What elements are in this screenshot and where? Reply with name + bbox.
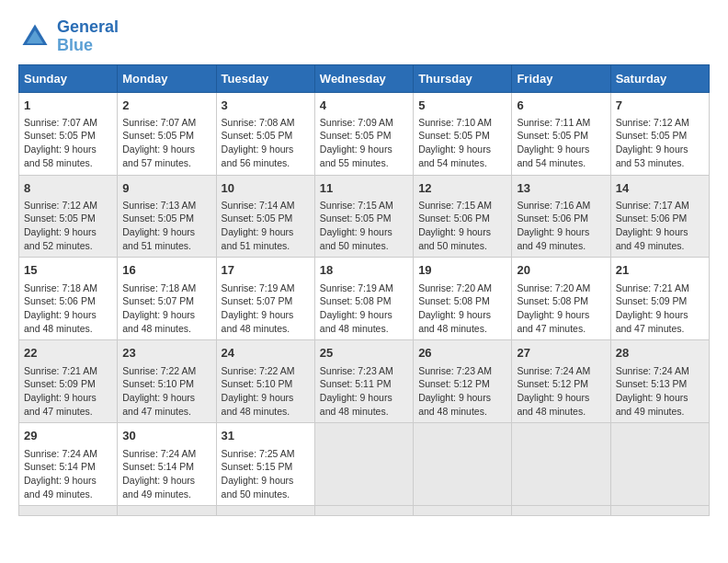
day-number: 24 [222, 345, 310, 362]
day-number: 2 [122, 98, 210, 114]
header-row: SundayMondayTuesdayWednesdayThursdayFrid… [19, 64, 710, 92]
calendar-week-row: 15Sunrise: 7:18 AM Sunset: 5:06 PM Dayli… [19, 258, 710, 340]
calendar-day-cell: 11Sunrise: 7:15 AM Sunset: 5:05 PM Dayli… [314, 175, 413, 258]
calendar-day-cell: 27Sunrise: 7:24 AM Sunset: 5:12 PM Dayli… [512, 340, 610, 423]
day-number: 26 [418, 345, 506, 362]
page-header: GeneralBlue [18, 18, 710, 55]
calendar-week-row: 29Sunrise: 7:24 AM Sunset: 5:14 PM Dayli… [19, 423, 710, 506]
day-info: Sunrise: 7:18 AM Sunset: 5:06 PM Dayligh… [24, 282, 112, 336]
calendar-week-row [19, 506, 710, 516]
calendar-day-cell: 20Sunrise: 7:20 AM Sunset: 5:08 PM Dayli… [512, 258, 610, 340]
day-number: 27 [517, 345, 605, 362]
day-number: 29 [24, 428, 112, 444]
calendar-day-cell: 10Sunrise: 7:14 AM Sunset: 5:05 PM Dayli… [216, 175, 314, 258]
logo-icon [18, 20, 51, 53]
day-number: 16 [122, 262, 210, 279]
day-number: 13 [517, 180, 605, 197]
day-info: Sunrise: 7:23 AM Sunset: 5:11 PM Dayligh… [320, 364, 408, 419]
calendar-day-cell: 3Sunrise: 7:08 AM Sunset: 5:05 PM Daylig… [216, 92, 314, 175]
day-info: Sunrise: 7:21 AM Sunset: 5:09 PM Dayligh… [616, 282, 704, 336]
calendar-day-cell: 24Sunrise: 7:22 AM Sunset: 5:10 PM Dayli… [216, 340, 314, 423]
calendar-day-cell: 8Sunrise: 7:12 AM Sunset: 5:05 PM Daylig… [19, 175, 118, 258]
day-number: 18 [320, 262, 408, 279]
day-info: Sunrise: 7:22 AM Sunset: 5:10 PM Dayligh… [222, 364, 310, 419]
calendar-day-cell: 6Sunrise: 7:11 AM Sunset: 5:05 PM Daylig… [512, 92, 610, 175]
calendar-day-cell [610, 506, 709, 516]
day-info: Sunrise: 7:10 AM Sunset: 5:05 PM Dayligh… [418, 116, 506, 170]
day-number: 14 [616, 180, 704, 197]
day-number: 22 [24, 345, 112, 362]
calendar-day-cell [512, 506, 610, 516]
day-header-thursday: Thursday [414, 64, 512, 92]
day-info: Sunrise: 7:23 AM Sunset: 5:12 PM Dayligh… [418, 364, 506, 419]
calendar-day-cell: 13Sunrise: 7:16 AM Sunset: 5:06 PM Dayli… [512, 175, 610, 258]
day-info: Sunrise: 7:18 AM Sunset: 5:07 PM Dayligh… [122, 282, 210, 336]
calendar-day-cell: 29Sunrise: 7:24 AM Sunset: 5:14 PM Dayli… [19, 423, 118, 506]
day-info: Sunrise: 7:24 AM Sunset: 5:14 PM Dayligh… [24, 447, 112, 501]
day-number: 17 [222, 262, 310, 279]
day-header-tuesday: Tuesday [216, 64, 314, 92]
calendar-day-cell [314, 423, 413, 506]
calendar-day-cell: 1Sunrise: 7:07 AM Sunset: 5:05 PM Daylig… [19, 92, 118, 175]
day-info: Sunrise: 7:17 AM Sunset: 5:06 PM Dayligh… [616, 199, 704, 253]
day-number: 15 [24, 262, 112, 279]
day-info: Sunrise: 7:19 AM Sunset: 5:07 PM Dayligh… [222, 282, 310, 336]
day-header-sunday: Sunday [19, 64, 118, 92]
calendar-day-cell: 17Sunrise: 7:19 AM Sunset: 5:07 PM Dayli… [216, 258, 314, 340]
day-header-friday: Friday [512, 64, 610, 92]
calendar-day-cell [19, 506, 118, 516]
day-info: Sunrise: 7:15 AM Sunset: 5:05 PM Dayligh… [320, 199, 408, 253]
calendar-day-cell: 30Sunrise: 7:24 AM Sunset: 5:14 PM Dayli… [118, 423, 216, 506]
calendar-day-cell: 5Sunrise: 7:10 AM Sunset: 5:05 PM Daylig… [414, 92, 512, 175]
calendar-day-cell: 12Sunrise: 7:15 AM Sunset: 5:06 PM Dayli… [414, 175, 512, 258]
day-info: Sunrise: 7:09 AM Sunset: 5:05 PM Dayligh… [320, 116, 408, 170]
calendar-week-row: 8Sunrise: 7:12 AM Sunset: 5:05 PM Daylig… [19, 175, 710, 258]
day-number: 5 [418, 98, 506, 114]
day-info: Sunrise: 7:07 AM Sunset: 5:05 PM Dayligh… [24, 116, 112, 170]
day-number: 1 [24, 98, 112, 114]
day-number: 25 [320, 345, 408, 362]
calendar-day-cell: 18Sunrise: 7:19 AM Sunset: 5:08 PM Dayli… [314, 258, 413, 340]
day-number: 31 [222, 428, 310, 444]
day-header-saturday: Saturday [610, 64, 709, 92]
day-info: Sunrise: 7:25 AM Sunset: 5:15 PM Dayligh… [222, 447, 310, 501]
day-info: Sunrise: 7:11 AM Sunset: 5:05 PM Dayligh… [517, 116, 605, 170]
calendar-day-cell [610, 423, 709, 506]
calendar-day-cell: 25Sunrise: 7:23 AM Sunset: 5:11 PM Dayli… [314, 340, 413, 423]
calendar-table: SundayMondayTuesdayWednesdayThursdayFrid… [18, 64, 710, 517]
calendar-week-row: 22Sunrise: 7:21 AM Sunset: 5:09 PM Dayli… [19, 340, 710, 423]
calendar-week-row: 1Sunrise: 7:07 AM Sunset: 5:05 PM Daylig… [19, 92, 710, 175]
calendar-day-cell: 26Sunrise: 7:23 AM Sunset: 5:12 PM Dayli… [414, 340, 512, 423]
day-number: 6 [517, 98, 605, 114]
calendar-day-cell [414, 423, 512, 506]
calendar-day-cell [216, 506, 314, 516]
logo: GeneralBlue [18, 18, 119, 55]
day-info: Sunrise: 7:20 AM Sunset: 5:08 PM Dayligh… [517, 282, 605, 336]
calendar-day-cell [414, 506, 512, 516]
calendar-day-cell [118, 506, 216, 516]
day-info: Sunrise: 7:07 AM Sunset: 5:05 PM Dayligh… [122, 116, 210, 170]
day-number: 30 [122, 428, 210, 444]
day-number: 10 [222, 180, 310, 197]
calendar-day-cell: 16Sunrise: 7:18 AM Sunset: 5:07 PM Dayli… [118, 258, 216, 340]
day-info: Sunrise: 7:24 AM Sunset: 5:14 PM Dayligh… [122, 447, 210, 501]
day-info: Sunrise: 7:12 AM Sunset: 5:05 PM Dayligh… [24, 199, 112, 253]
calendar-day-cell: 2Sunrise: 7:07 AM Sunset: 5:05 PM Daylig… [118, 92, 216, 175]
day-info: Sunrise: 7:24 AM Sunset: 5:13 PM Dayligh… [616, 364, 704, 419]
day-number: 23 [122, 345, 210, 362]
calendar-day-cell: 21Sunrise: 7:21 AM Sunset: 5:09 PM Dayli… [610, 258, 709, 340]
day-number: 7 [616, 98, 704, 114]
calendar-day-cell [314, 506, 413, 516]
calendar-day-cell: 15Sunrise: 7:18 AM Sunset: 5:06 PM Dayli… [19, 258, 118, 340]
day-info: Sunrise: 7:21 AM Sunset: 5:09 PM Dayligh… [24, 364, 112, 419]
day-header-wednesday: Wednesday [314, 64, 413, 92]
day-number: 3 [222, 98, 310, 114]
day-number: 19 [418, 262, 506, 279]
day-header-monday: Monday [118, 64, 216, 92]
day-info: Sunrise: 7:13 AM Sunset: 5:05 PM Dayligh… [122, 199, 210, 253]
day-number: 9 [122, 180, 210, 197]
day-info: Sunrise: 7:14 AM Sunset: 5:05 PM Dayligh… [222, 199, 310, 253]
day-info: Sunrise: 7:22 AM Sunset: 5:10 PM Dayligh… [122, 364, 210, 419]
calendar-day-cell: 28Sunrise: 7:24 AM Sunset: 5:13 PM Dayli… [610, 340, 709, 423]
day-info: Sunrise: 7:24 AM Sunset: 5:12 PM Dayligh… [517, 364, 605, 419]
